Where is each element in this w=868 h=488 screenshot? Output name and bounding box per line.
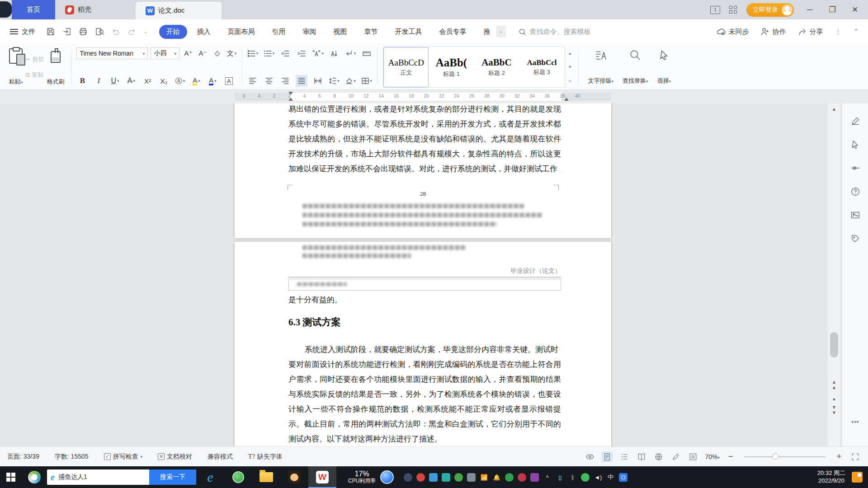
spell-check-toggle[interactable]: ✓ 拼写检查▾ [104, 453, 143, 461]
justify-button[interactable] [296, 75, 307, 87]
shading-button[interactable]: ▾ [344, 75, 356, 87]
superscript-button[interactable]: X² [142, 75, 153, 87]
taskbar-app-wps[interactable]: W [308, 466, 336, 488]
ribbon-tab-视图[interactable]: 视图 [326, 25, 354, 39]
style-gallery-up-icon[interactable]: ▲ [568, 51, 572, 56]
align-right-button[interactable] [279, 75, 291, 87]
ribbon-tab-插入[interactable]: 插入 [190, 25, 218, 39]
align-center-button[interactable] [263, 75, 275, 87]
hidden-icons-chevron[interactable]: ^ [543, 473, 552, 482]
style-标题 2[interactable]: AaBbC标题 2 [474, 47, 519, 87]
hamburger-icon[interactable] [10, 29, 18, 34]
ribbon-tab-会员专享[interactable]: 会员专享 [432, 25, 474, 39]
file-menu[interactable]: 文件 [22, 28, 35, 36]
tray-icon-1[interactable] [404, 473, 412, 482]
page-view-icon[interactable] [602, 451, 613, 462]
phonetic-guide-button[interactable]: 文▾ [226, 47, 237, 59]
ribbon-overflow-button[interactable]: › [496, 26, 506, 38]
distribute-button[interactable] [312, 75, 324, 87]
font-color-button[interactable]: A▾ [207, 75, 218, 87]
cpu-usage-widget[interactable]: 17% CPU利用率 [348, 470, 376, 484]
device-sync-icon[interactable]: 1 [710, 6, 720, 14]
cut-button[interactable]: ✂ 剪切 [26, 54, 44, 66]
tray-icon-5[interactable] [454, 473, 463, 482]
line-spacing-button[interactable]: ▾ [328, 75, 340, 87]
horizontal-ruler[interactable]: L 64224681012141618202224262830323436384… [0, 90, 868, 103]
text-direction-button[interactable] [328, 47, 340, 59]
sync-status[interactable]: 未同步 [717, 27, 749, 36]
taskbar-search-box[interactable]: e 捕鱼达人1 搜索一下 [47, 469, 196, 485]
export-icon[interactable] [62, 27, 71, 36]
redo-icon[interactable] [127, 27, 137, 36]
style-gallery-down-icon[interactable]: ▼ [568, 65, 572, 69]
undo-icon[interactable] [111, 27, 120, 36]
volume-icon[interactable]: ◄) [594, 473, 602, 482]
format-painter-button[interactable]: 格式刷 [44, 47, 67, 88]
tab-document[interactable]: W 论文.doc [136, 2, 222, 19]
text-layout-button[interactable]: 文字排版▾ [583, 47, 618, 88]
help-icon[interactable] [849, 186, 861, 197]
increase-indent-button[interactable] [296, 47, 307, 59]
previous-page-icon[interactable]: ▲▲ [828, 379, 840, 390]
ink-pen-icon[interactable] [670, 451, 681, 462]
tray-icon-4[interactable] [442, 473, 450, 482]
page-indicator[interactable]: 页面: 33/39 [7, 453, 39, 461]
zoom-slider[interactable] [744, 456, 826, 457]
ribbon-tab-开始[interactable]: 开始 [159, 25, 187, 39]
style-gallery-arrows[interactable]: ▲ ▼ ≡ [566, 47, 574, 88]
bell-icon[interactable]: 🔔 [492, 473, 501, 482]
clear-format-button[interactable]: ◇ [211, 47, 223, 59]
network-icon[interactable]: 📶 [480, 473, 488, 482]
numbered-list-button[interactable]: ▾ [263, 47, 275, 59]
phone-icon[interactable]: ▯ [556, 473, 564, 482]
paste-button[interactable]: 粘贴▾ [6, 47, 26, 88]
copy-button[interactable]: ⧉ 复制 [26, 69, 44, 81]
tray-icon-9[interactable] [505, 473, 514, 482]
style-gallery-more-icon[interactable]: ≡ [569, 79, 571, 83]
slider-tool-icon[interactable] [849, 162, 861, 174]
align-left-button[interactable] [247, 75, 259, 87]
hanging-indent-marker[interactable] [288, 98, 293, 101]
tray-icon-11[interactable] [530, 473, 539, 482]
ribbon-tab-章节[interactable]: 章节 [357, 25, 385, 39]
image-to-text-icon[interactable] [849, 209, 861, 221]
zoom-value[interactable]: 70%▾ [705, 453, 720, 460]
taskbar-search-button[interactable]: 搜索一下 [149, 469, 196, 485]
tray-icon-3[interactable] [429, 473, 438, 482]
character-border-button[interactable]: A [223, 75, 235, 87]
taskbar-app-ie[interactable]: e [196, 466, 224, 488]
word-count[interactable]: 字数: 15505 [55, 453, 89, 461]
pointer-tool-icon[interactable] [849, 139, 861, 150]
tab-docer[interactable]: 稻壳 [55, 0, 101, 19]
zoom-knob[interactable] [772, 453, 778, 460]
fit-window-icon[interactable] [688, 451, 698, 462]
style-标题 1[interactable]: AaBb(标题 1 [429, 47, 474, 87]
wechat-icon[interactable] [581, 473, 590, 482]
taskbar-app-browser[interactable] [224, 466, 252, 488]
font-size-select[interactable]: 小四▾ [151, 47, 179, 59]
notification-center-icon[interactable] [852, 472, 863, 483]
read-mode-icon[interactable] [636, 451, 647, 462]
tray-icon-6[interactable] [467, 473, 476, 482]
select-button[interactable]: 选择▾ [653, 47, 676, 88]
eye-protect-icon[interactable] [585, 451, 595, 462]
taskbar-app-game[interactable] [280, 466, 308, 488]
borders-button[interactable]: ▾ [361, 75, 373, 87]
ribbon-tab-开发工具[interactable]: 开发工具 [388, 25, 429, 39]
more-options-icon[interactable]: ⋮ [835, 28, 841, 36]
taskbar-app-explorer[interactable] [252, 466, 280, 488]
input-method-indicator[interactable]: 中 [606, 473, 615, 482]
scroll-up-icon[interactable]: ▲ [828, 106, 840, 112]
print-icon[interactable] [79, 27, 88, 36]
command-search[interactable]: 查找命令、搜索模板 [519, 28, 591, 36]
tab-home[interactable]: 首页 [12, 0, 55, 19]
ribbon-tab-推[interactable]: 推 [476, 25, 498, 39]
bluetooth-icon[interactable]: ᛒ [568, 473, 577, 482]
document-canvas[interactable]: 易出错的位置进行检测，或者是针对系统复杂的部分进行检测，其目的就是发现系统中尽可… [0, 103, 868, 446]
underline-button[interactable]: U▾ [109, 75, 121, 87]
font-name-select[interactable]: Times New Roman▾ [76, 47, 148, 59]
print-preview-icon[interactable] [95, 27, 104, 36]
save-icon[interactable] [46, 27, 55, 36]
scrollbar-thumb[interactable] [830, 332, 838, 357]
decrease-font-button[interactable]: A⁻ [197, 47, 208, 59]
